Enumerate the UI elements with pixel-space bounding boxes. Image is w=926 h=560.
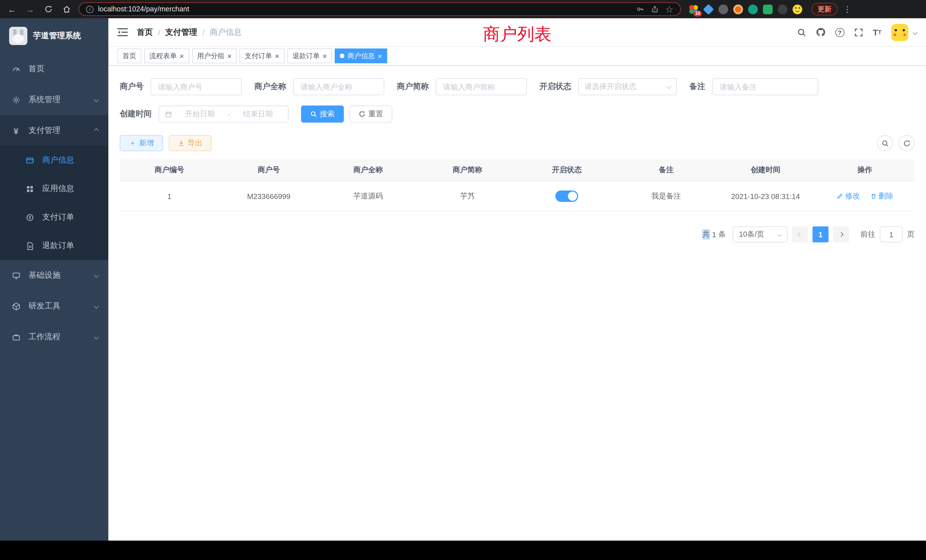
reload-icon[interactable] (42, 3, 55, 15)
full-name-input[interactable] (293, 78, 384, 95)
tab-home[interactable]: 首页 (118, 48, 141, 63)
extension-diamond-icon[interactable] (703, 4, 714, 15)
short-name-input[interactable] (436, 78, 527, 95)
date-range-picker[interactable]: 开始日期 - 结束日期 (159, 106, 289, 123)
breadcrumb-home[interactable]: 首页 (137, 27, 153, 37)
github-icon[interactable] (816, 27, 825, 37)
edit-link-label: 修改 (845, 191, 860, 201)
refresh-icon[interactable] (899, 135, 915, 151)
remark-input[interactable] (712, 78, 818, 95)
search-button[interactable]: 搜索 (301, 106, 344, 123)
sidebar-item-label: 首页 (29, 64, 44, 74)
sidebar-item-label: 支付管理 (29, 126, 61, 136)
close-icon[interactable]: × (323, 52, 327, 60)
url-text: localhost:1024/pay/merchant (98, 5, 189, 13)
card-icon (24, 156, 35, 165)
merchant-no-input[interactable] (151, 78, 242, 95)
chevron-left-icon (798, 232, 803, 237)
close-icon[interactable]: × (275, 52, 279, 60)
sidebar-item-merchant-info[interactable]: 商户信息 (0, 146, 108, 174)
tab-merchant-info[interactable]: 商户信息 × (335, 48, 387, 63)
chrome-update-button[interactable]: 更新 (811, 3, 838, 15)
page-1-button[interactable]: 1 (813, 226, 829, 242)
col-header-create-time: 创建时间 (716, 159, 816, 181)
field-label: 商户全称 (254, 82, 286, 92)
forward-icon[interactable]: → (24, 3, 36, 15)
goto-label: 前往 (861, 229, 875, 239)
calendar-icon (165, 110, 172, 118)
address-bar[interactable]: i localhost:1024/pay/merchant ☆ (79, 2, 681, 16)
password-key-icon[interactable] (636, 5, 644, 13)
extension-smiley-icon[interactable] (793, 4, 802, 14)
close-icon[interactable]: × (378, 52, 382, 60)
cell-actions: 修改 删除 (816, 181, 915, 211)
next-page-button[interactable] (833, 226, 849, 242)
breadcrumb: 首页 / 支付管理 / 商户信息 (137, 27, 242, 37)
extension-grid-icon[interactable]: 10 (689, 4, 699, 14)
fullscreen-icon[interactable] (854, 28, 863, 37)
breadcrumb-payment[interactable]: 支付管理 (165, 27, 197, 37)
prev-page-button[interactable] (792, 226, 808, 242)
date-separator: - (228, 110, 230, 118)
search-icon[interactable] (797, 28, 806, 37)
dashboard-icon (10, 65, 22, 73)
page-size-select[interactable]: 10条/页 (733, 226, 787, 242)
status-select[interactable]: 请选择开启状态 (578, 78, 677, 95)
sidebar-item-workflow[interactable]: 工作流程 (0, 322, 108, 353)
sidebar-item-pay-order[interactable]: 支付订单 (0, 203, 108, 232)
user-avatar[interactable] (891, 24, 908, 41)
col-header-short-name: 商户简称 (418, 159, 517, 181)
close-icon[interactable]: × (180, 52, 184, 60)
search-button-label: 搜索 (320, 109, 335, 119)
delete-link[interactable]: 删除 (870, 191, 893, 201)
reset-button[interactable]: 重置 (350, 106, 392, 123)
sidebar-item-refund-order[interactable]: 退款订单 (0, 232, 108, 260)
help-icon[interactable]: ? (835, 28, 844, 37)
chevron-right-icon (839, 232, 844, 237)
table-row: 1 M233666999 芋道源码 芋艿 我是备注 2021-10-23 08:… (120, 181, 915, 211)
bookmark-star-icon[interactable]: ☆ (665, 4, 673, 15)
field-label: 创建时间 (120, 109, 152, 119)
sidebar-toggle-icon[interactable] (118, 28, 128, 36)
site-info-icon[interactable]: i (86, 5, 94, 13)
close-icon[interactable]: × (227, 52, 232, 60)
select-placeholder: 请选择开启状态 (584, 82, 636, 92)
sidebar-item-label: 基础设施 (29, 270, 61, 281)
tab-user-group[interactable]: 用户分组 × (192, 48, 237, 63)
address-bar-actions: ☆ (636, 4, 673, 15)
export-button[interactable]: 导出 (169, 135, 212, 151)
field-label: 开启状态 (539, 82, 571, 92)
sidebar-item-payment[interactable]: ¥ 支付管理 (0, 115, 108, 146)
sidebar-item-home[interactable]: 首页 (0, 54, 108, 85)
briefcase-icon (10, 333, 22, 341)
extension-green-square-icon[interactable] (763, 4, 773, 14)
toggle-search-icon[interactable] (877, 135, 893, 151)
extension-orange-icon[interactable] (733, 4, 743, 14)
tab-process-form[interactable]: 流程表单 × (144, 48, 189, 63)
sidebar-item-app-info[interactable]: 应用信息 (0, 174, 108, 203)
font-size-icon[interactable]: TT (873, 27, 882, 37)
back-icon[interactable]: ← (6, 3, 18, 15)
box-icon (10, 302, 22, 310)
sidebar-item-infrastructure[interactable]: 基础设施 (0, 260, 108, 291)
sidebar-item-dev-tools[interactable]: 研发工具 (0, 291, 108, 322)
pagination: 共 1 条 10条/页 1 前往 (120, 226, 915, 242)
share-icon[interactable] (651, 5, 658, 13)
goto-page-input[interactable] (880, 226, 903, 242)
filter-row-2: 创建时间 开始日期 - 结束日期 搜索 (120, 106, 915, 123)
add-button[interactable]: ＋ 新增 (120, 135, 163, 151)
tab-refund-order[interactable]: 退款订单 × (287, 48, 332, 63)
sidebar-item-system[interactable]: 系统管理 (0, 85, 108, 115)
home-icon[interactable] (61, 3, 73, 15)
status-toggle[interactable] (555, 191, 578, 202)
extension-knot-icon[interactable] (778, 4, 787, 14)
edit-link[interactable]: 修改 (837, 191, 860, 201)
extension-dark-icon[interactable] (719, 4, 728, 14)
browser-menu-icon[interactable]: ⋮ (843, 5, 851, 14)
date-end-placeholder: 结束日期 (233, 109, 282, 119)
tab-pay-order[interactable]: 支付订单 × (239, 48, 284, 63)
extension-green-icon[interactable] (748, 4, 758, 14)
app-logo[interactable]: 芋道管理系统 (0, 18, 108, 54)
avatar-caret-icon[interactable] (913, 30, 918, 35)
sidebar-item-label: 退款订单 (42, 241, 74, 251)
